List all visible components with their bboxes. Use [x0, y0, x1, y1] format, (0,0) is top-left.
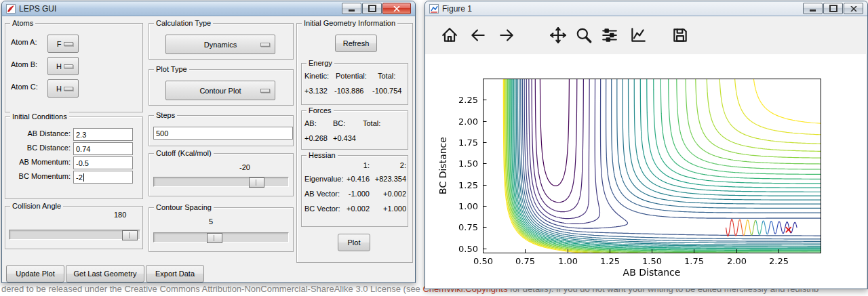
atom-b-menu[interactable]: H [47, 57, 79, 75]
plot-type-value: Contour Plot [199, 87, 241, 95]
collision-angle-group: Collision Angle 180 [5, 206, 143, 249]
footer-cc-license-text: Creative Commons Attribution-NonCommerci… [124, 284, 401, 294]
text-cursor [83, 173, 84, 182]
force-total-header: Total: [363, 119, 380, 127]
maximize-button[interactable] [823, 3, 843, 14]
bc-distance-value: 0.74 [76, 145, 90, 153]
export-data-button[interactable]: Export Data [146, 265, 204, 282]
update-plot-button[interactable]: Update Plot [6, 265, 64, 282]
footer-text-see: (see [401, 284, 423, 294]
force-ab-header: AB: [304, 119, 317, 127]
atom-a-menu[interactable]: F [47, 35, 79, 53]
bc-vector-2: +1.000 [371, 205, 406, 213]
plot-type-menu[interactable]: Contour Plot [165, 81, 275, 100]
initial-conditions-group: Initial Conditions AB Distance: 2.3 BC D… [5, 117, 143, 199]
ab-distance-label: AB Distance: [7, 129, 71, 138]
leps-window-title: LEPS GUI [19, 4, 56, 14]
cutoff-slider-thumb[interactable] [249, 177, 264, 188]
figure-window-title: Figure 1 [442, 4, 472, 14]
zoom-icon [575, 26, 593, 44]
minimize-button[interactable] [342, 3, 361, 14]
steps-value: 500 [156, 129, 168, 138]
hessian-legend: Hessian [307, 150, 338, 160]
bc-momentum-label: BC Momentum: [7, 172, 71, 180]
matplotlib-toolbar [425, 16, 867, 54]
toolbar-pan-button[interactable] [547, 24, 569, 46]
get-last-geometry-button[interactable]: Get Last Geometry [66, 265, 144, 282]
close-icon [850, 6, 857, 12]
atoms-group: Atoms Atom A: F Atom B: H Atom C: H [5, 23, 143, 112]
optionmenu-indicator-icon [64, 87, 73, 91]
collision-angle-slider[interactable] [9, 230, 140, 240]
cutoff-value: -20 [239, 163, 250, 171]
minimize-button[interactable] [803, 3, 823, 14]
optionmenu-indicator-icon [260, 43, 270, 47]
geometry-info-group: Initial Geometry Information Refresh Ene… [296, 23, 413, 263]
steps-group: Steps 500 [149, 115, 294, 146]
leps-titlebar[interactable]: LEPS GUI [2, 1, 415, 16]
bc-vector-label: BC Vector: [304, 205, 340, 213]
refresh-button-label: Refresh [343, 39, 370, 47]
toolbar-forward-button[interactable] [496, 24, 517, 46]
calculation-type-group: Calculation Type Dynamics [149, 23, 294, 60]
atom-c-menu[interactable]: H [47, 79, 79, 98]
collision-angle-slider-thumb[interactable] [122, 230, 138, 240]
calculation-type-legend: Calculation Type [154, 18, 213, 28]
potential-energy-value: -103.886 [334, 87, 363, 95]
cutoff-slider[interactable] [153, 177, 289, 187]
atom-c-label: Atom C: [11, 83, 38, 91]
toolbar-edit-axes-button[interactable] [627, 24, 649, 46]
toolbar-save-button[interactable] [669, 24, 691, 46]
eigenvalue-label: Eigenvalue: [304, 175, 344, 183]
update-plot-label: Update Plot [16, 270, 54, 278]
close-button[interactable] [844, 3, 863, 14]
pan-icon [549, 26, 567, 44]
eigenvalue-2: +823.354 [371, 175, 406, 183]
steps-legend: Steps [154, 110, 177, 120]
figure-canvas[interactable] [425, 54, 866, 289]
hessian-group: Hessian 1: 2: Eigenvalue: +0.416 +823.35… [301, 155, 408, 227]
energy-legend: Energy [307, 58, 334, 68]
atom-a-label: Atom A: [11, 38, 37, 46]
calculation-type-value: Dynamics [204, 41, 237, 49]
maximize-icon [368, 5, 376, 12]
close-button[interactable] [382, 3, 411, 14]
leps-window-controls [342, 3, 411, 14]
atom-c-value: H [56, 85, 62, 93]
figure-titlebar[interactable]: Figure 1 [425, 1, 867, 16]
toolbar-home-button[interactable] [439, 24, 460, 46]
plot-button[interactable]: Plot [338, 234, 370, 251]
ab-distance-field[interactable]: 2.3 [73, 128, 133, 141]
calculation-type-menu[interactable]: Dynamics [165, 35, 275, 54]
forces-legend: Forces [307, 106, 334, 115]
contour-spacing-slider[interactable] [153, 232, 289, 242]
save-icon [671, 26, 689, 44]
bc-momentum-field[interactable]: -2 [73, 171, 133, 184]
desktop: { "background": { "top_left_fragment": "… [0, 0, 868, 296]
force-bc-header: BC: [333, 119, 345, 127]
contour-spacing-legend: Contour Spacing [154, 203, 214, 212]
toolbar-back-button[interactable] [467, 24, 489, 46]
maximize-icon [829, 5, 837, 12]
ab-vector-label: AB Vector: [304, 190, 340, 198]
tk-app-icon [6, 4, 16, 14]
toolbar-zoom-button[interactable] [573, 24, 595, 46]
configure-subplots-icon [601, 26, 618, 44]
collision-angle-value: 180 [114, 211, 126, 219]
optionmenu-indicator-icon [64, 64, 73, 68]
kinetic-energy-value: +3.132 [304, 87, 328, 95]
collision-angle-legend: Collision Angle [10, 201, 63, 211]
bc-distance-field[interactable]: 0.74 [73, 142, 133, 155]
atoms-legend: Atoms [10, 18, 35, 28]
contour-spacing-slider-thumb[interactable] [207, 233, 222, 243]
toolbar-configure-subplots-button[interactable] [599, 24, 620, 46]
maximize-button[interactable] [362, 3, 382, 14]
refresh-button[interactable]: Refresh [335, 35, 377, 52]
leps-gui-window: LEPS GUI Atoms Atom A: F Atom B: H Atom … [1, 1, 416, 283]
steps-field[interactable]: 500 [153, 127, 293, 140]
home-icon [441, 26, 458, 44]
total-energy-value: -100.754 [372, 87, 401, 95]
energy-group: Energy Kinetic: Potential: Total: +3.132… [301, 63, 408, 105]
export-data-label: Export Data [155, 270, 195, 278]
ab-momentum-field[interactable]: -0.5 [73, 156, 133, 169]
